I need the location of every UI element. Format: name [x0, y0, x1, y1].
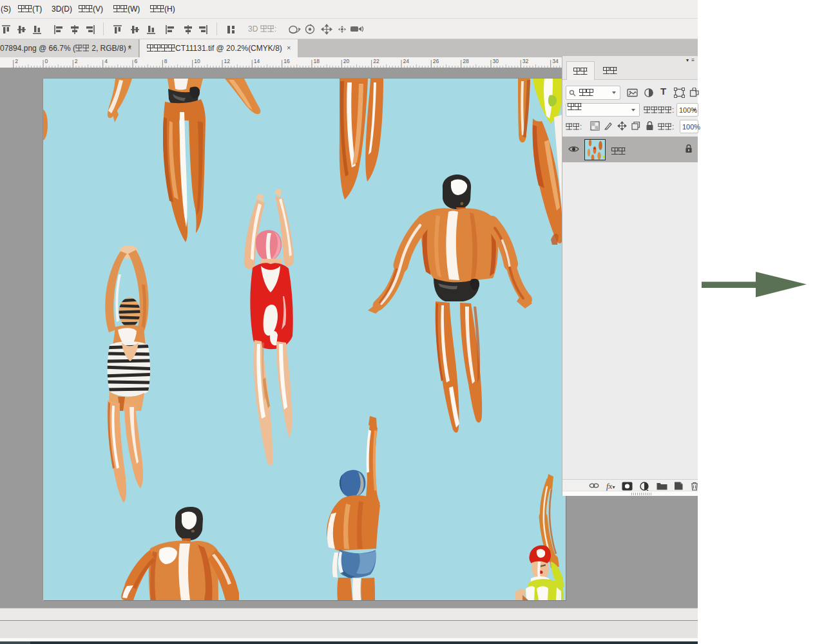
- svg-text:6: 6: [135, 58, 138, 64]
- svg-text:28: 28: [463, 58, 469, 64]
- svg-text:18: 18: [314, 58, 320, 64]
- svg-text:32: 32: [523, 58, 529, 64]
- svg-text:2: 2: [15, 58, 18, 64]
- svg-text:26: 26: [433, 58, 439, 64]
- svg-text:0: 0: [45, 58, 48, 64]
- svg-text:14: 14: [254, 58, 260, 64]
- svg-text:10: 10: [194, 58, 200, 64]
- svg-text:16: 16: [283, 58, 290, 64]
- svg-text:8: 8: [164, 58, 168, 64]
- svg-text:4: 4: [104, 58, 108, 64]
- svg-text:22: 22: [373, 58, 379, 64]
- svg-text:24: 24: [403, 58, 410, 64]
- svg-text:34: 34: [552, 58, 559, 64]
- svg-text:2: 2: [75, 58, 78, 64]
- svg-text:12: 12: [224, 58, 231, 64]
- svg-text:30: 30: [493, 58, 499, 64]
- svg-text:20: 20: [343, 58, 350, 64]
